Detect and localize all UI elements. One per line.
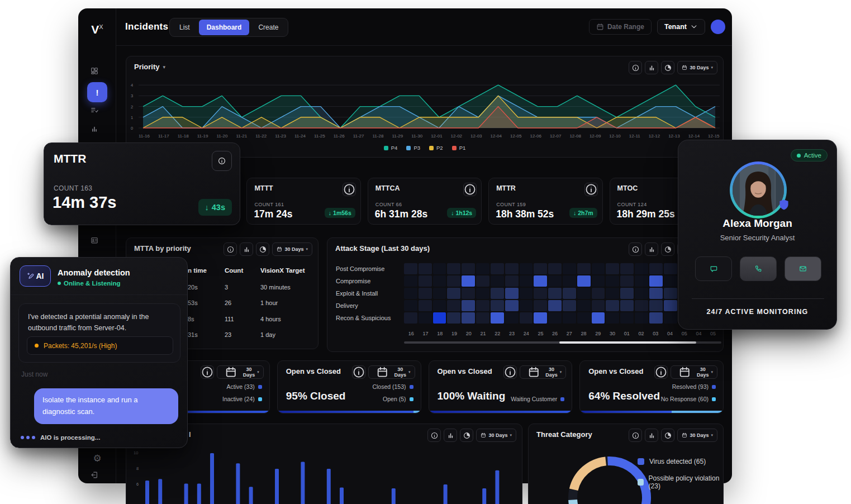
bars-icon-button[interactable] (645, 243, 658, 256)
email-button[interactable] (785, 256, 821, 281)
heatmap-cell[interactable] (620, 288, 634, 299)
heatmap-cell[interactable] (419, 288, 432, 299)
heatmap-cell[interactable] (447, 275, 460, 287)
heatmap-cell[interactable] (635, 275, 648, 287)
sidebar-item-incidents[interactable]: ! (87, 82, 107, 102)
heatmap-cell[interactable] (520, 300, 533, 311)
heatmap-cell[interactable] (433, 300, 446, 311)
heatmap-cell[interactable] (462, 288, 475, 299)
heatmap-cell[interactable] (491, 275, 504, 287)
pie-icon-button[interactable] (661, 243, 674, 256)
tab-list[interactable]: List (172, 20, 198, 35)
heatmap-cell[interactable] (505, 312, 519, 324)
heatmap-cell[interactable] (563, 300, 576, 311)
priority-card-title[interactable]: Priority▾ (134, 63, 165, 71)
heatmap-cell[interactable] (563, 275, 576, 287)
heatmap-cell[interactable] (664, 288, 677, 299)
donut-segment[interactable] (574, 461, 606, 489)
heatmap-cell[interactable] (620, 300, 634, 311)
heatmap-cell[interactable] (592, 263, 605, 274)
chat-button[interactable] (695, 256, 732, 281)
bar[interactable] (340, 488, 344, 504)
heatmap-cell[interactable] (491, 312, 504, 324)
heatmap-cell[interactable] (433, 275, 446, 287)
heatmap-cell[interactable] (476, 288, 489, 299)
heatmap-cell[interactable] (433, 312, 446, 324)
heatmap-scrollbar-thumb[interactable] (559, 341, 696, 344)
heatmap-cell[interactable] (649, 300, 663, 311)
bar[interactable] (275, 469, 279, 504)
heatmap-cell[interactable] (505, 275, 519, 287)
range-select-button[interactable]: 30 Days▾ (677, 61, 717, 74)
heatmap-cell[interactable] (476, 275, 489, 287)
bar[interactable] (210, 453, 214, 504)
pie-icon-button[interactable] (661, 61, 674, 74)
heatmap-cell[interactable] (534, 263, 547, 274)
bar[interactable] (184, 484, 188, 504)
heatmap-cell[interactable] (447, 288, 460, 299)
bar[interactable] (392, 488, 396, 504)
heatmap-cell[interactable] (404, 275, 417, 287)
heatmap-cell[interactable] (592, 300, 605, 311)
heatmap-cell[interactable] (548, 288, 562, 299)
heatmap-cell[interactable] (404, 263, 417, 274)
range-select-button[interactable]: 30 Days▾ (476, 429, 516, 442)
heatmap-cell[interactable] (476, 263, 489, 274)
info-icon-button[interactable] (629, 243, 642, 256)
heatmap-cell[interactable] (476, 300, 489, 311)
bar[interactable] (301, 462, 305, 504)
range-select-button[interactable]: 30 Days▾ (272, 243, 312, 256)
heatmap-cell[interactable] (548, 263, 562, 274)
heatmap-cell[interactable] (404, 300, 417, 311)
heatmap-cell[interactable] (664, 312, 677, 324)
date-range-button[interactable]: Date Range (589, 19, 652, 35)
bar[interactable] (482, 488, 486, 504)
heatmap-cell[interactable] (635, 263, 648, 274)
heatmap-cell[interactable] (606, 263, 619, 274)
heatmap-cell[interactable] (433, 263, 446, 274)
heatmap-cell[interactable] (664, 275, 677, 287)
info-icon-button[interactable] (343, 183, 356, 196)
heatmap-cell[interactable] (520, 263, 533, 274)
heatmap-cell[interactable] (419, 300, 432, 311)
heatmap-cell[interactable] (419, 312, 432, 324)
range-select-button[interactable]: 30 Days▾ (520, 365, 567, 379)
info-icon-button[interactable] (212, 151, 232, 171)
info-icon-button[interactable] (201, 365, 214, 379)
info-icon-button[interactable] (352, 365, 365, 379)
sidebar-item-tasks[interactable] (91, 106, 98, 114)
sidebar-item-reports[interactable] (91, 236, 98, 244)
heatmap-cell[interactable] (563, 288, 576, 299)
heatmap-cell[interactable] (548, 312, 562, 324)
heatmap-cell[interactable] (577, 312, 591, 324)
info-icon-button[interactable] (654, 365, 668, 379)
bar[interactable] (236, 463, 240, 504)
heatmap-cell[interactable] (577, 288, 591, 299)
info-icon-button[interactable] (463, 183, 477, 196)
heatmap-cell[interactable] (635, 288, 648, 299)
bars-icon-button[interactable] (240, 243, 253, 256)
info-icon-button[interactable] (629, 61, 642, 74)
heatmap-cell[interactable] (433, 288, 446, 299)
heatmap-cell[interactable] (664, 300, 677, 311)
bar[interactable] (145, 481, 149, 504)
heatmap-cell[interactable] (462, 312, 475, 324)
heatmap-cell[interactable] (520, 312, 533, 324)
heatmap-cell[interactable] (491, 288, 504, 299)
info-icon-button[interactable] (427, 429, 441, 442)
heatmap-cell[interactable] (520, 288, 533, 299)
info-icon-button[interactable] (584, 183, 598, 196)
heatmap-cell[interactable] (563, 263, 576, 274)
pie-icon-button[interactable] (256, 243, 269, 256)
heatmap-cell[interactable] (649, 312, 663, 324)
heatmap-cell[interactable] (563, 312, 576, 324)
heatmap-cell[interactable] (534, 275, 547, 287)
heatmap-cell[interactable] (635, 300, 648, 311)
heatmap-cell[interactable] (462, 263, 475, 274)
heatmap-cell[interactable] (447, 300, 460, 311)
heatmap-cell[interactable] (534, 300, 547, 311)
heatmap-cell[interactable] (491, 263, 504, 274)
heatmap-cell[interactable] (664, 263, 677, 274)
heatmap-cell[interactable] (649, 288, 663, 299)
info-icon-button[interactable] (224, 243, 237, 256)
